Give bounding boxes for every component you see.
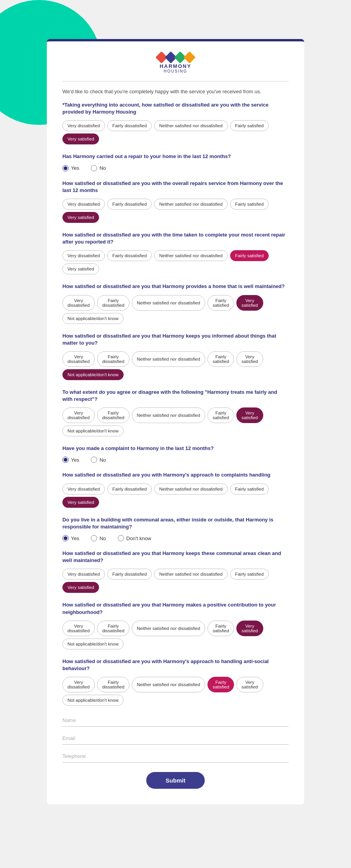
question-1-options: Very dissatisfied Fairly dissatisfied Ne… <box>62 120 289 144</box>
q12-opt-very-satisfied[interactable]: Verysatisfied <box>236 621 263 636</box>
question-3-label: How satisfied or dissatisfied are you wi… <box>62 180 289 194</box>
logo-name: HARMONY <box>62 63 289 69</box>
q13-opt-fairly-satisfied[interactable]: Fairlysatisfied <box>207 677 234 692</box>
q5-opt-very-satisfied[interactable]: Verysatisfied <box>236 295 263 311</box>
q4-opt-very-satisfied[interactable]: Very satisfied <box>62 263 99 274</box>
q12-opt-fairly-dissatisfied[interactable]: Fairlydissatisfied <box>97 621 129 636</box>
q1-opt-very-dissatisfied[interactable]: Very dissatisfied <box>62 120 105 131</box>
q3-opt-neither[interactable]: Neither satisfied nor dissatisfied <box>154 199 227 210</box>
q11-opt-very-satisfied[interactable]: Very satisfied <box>62 582 99 593</box>
q11-opt-fairly-dissatisfied[interactable]: Fairly dissatisfied <box>107 569 152 580</box>
q8-yes[interactable]: Yes <box>62 457 79 463</box>
question-10-options: Yes No Don't know <box>62 535 289 541</box>
q6-opt-neither[interactable]: Neither satisfied nor dissatisfied <box>132 351 205 367</box>
q13-opt-neither[interactable]: Neither satisfied nor dissatisfied <box>132 677 205 692</box>
q7-opt-very-dissatisfied[interactable]: Verydissatisfied <box>62 407 95 423</box>
name-input[interactable] <box>62 714 289 727</box>
question-4-label: How satisfied or dissatisfied are you wi… <box>62 231 289 245</box>
question-9-options: Very dissatisfied Fairly dissatisfied Ne… <box>62 484 289 508</box>
q9-opt-fairly-dissatisfied[interactable]: Fairly dissatisfied <box>107 484 152 494</box>
q4-opt-very-dissatisfied[interactable]: Very dissatisfied <box>62 250 105 261</box>
q2-yes[interactable]: Yes <box>62 165 79 171</box>
q6-opt-very-dissatisfied[interactable]: Verydissatisfied <box>62 351 95 367</box>
q7-opt-very-satisfied[interactable]: Verysatisfied <box>236 407 263 423</box>
question-2: Has Harmony carried out a repair to your… <box>62 153 289 171</box>
q3-opt-very-dissatisfied[interactable]: Very dissatisfied <box>62 199 105 210</box>
q3-opt-fairly-dissatisfied[interactable]: Fairly dissatisfied <box>107 199 152 210</box>
question-4: How satisfied or dissatisfied are you wi… <box>62 231 289 274</box>
q5-opt-neither[interactable]: Neither satisfied nor dissatisfied <box>132 295 205 311</box>
email-input[interactable] <box>62 732 289 745</box>
question-12-label: How satisfied or dissatisfied are you th… <box>62 601 289 615</box>
q11-opt-fairly-satisfied[interactable]: Fairly satisfied <box>230 569 269 580</box>
q3-opt-very-satisfied[interactable]: Very satisfied <box>62 212 99 223</box>
q13-opt-fairly-dissatisfied[interactable]: Fairlydissatisfied <box>97 677 129 692</box>
question-1-label: *Taking everything into account, how sat… <box>62 101 289 116</box>
question-1: *Taking everything into account, how sat… <box>62 101 289 144</box>
q5-opt-very-dissatisfied[interactable]: Verydissatisfied <box>62 295 95 311</box>
q4-opt-fairly-dissatisfied[interactable]: Fairly dissatisfied <box>107 250 152 261</box>
logo-area: HARMONY HOUSING <box>62 53 289 73</box>
q12-opt-neither[interactable]: Neither satisfied nor dissatisfied <box>132 621 205 636</box>
question-10: Do you live in a building with communal … <box>62 516 289 541</box>
q3-opt-fairly-satisfied[interactable]: Fairly satisfied <box>230 199 269 210</box>
intro-text: We'd like to check that you're completel… <box>62 89 289 94</box>
q7-opt-fairly-satisfied[interactable]: Fairlysatisfied <box>207 407 234 423</box>
telephone-input[interactable] <box>62 750 289 763</box>
q10-dontknow[interactable]: Don't know <box>118 535 151 541</box>
q5-opt-fairly-dissatisfied[interactable]: Fairlydissatisfied <box>97 295 129 311</box>
q7-opt-fairly-dissatisfied[interactable]: Fairlydissatisfied <box>97 407 129 423</box>
q4-opt-neither[interactable]: Neither satisfied nor dissatisfied <box>154 250 227 261</box>
question-10-label: Do you live in a building with communal … <box>62 516 289 530</box>
q2-no[interactable]: No <box>91 165 106 171</box>
question-9: How satisfied or dissatisfied are you wi… <box>62 471 289 507</box>
q9-opt-neither[interactable]: Neither satisfied nor dissatisfied <box>154 484 227 494</box>
q12-opt-very-dissatisfied[interactable]: Verydissatisfied <box>62 621 95 636</box>
q5-opt-na[interactable]: Not applicable/don't know <box>62 313 124 324</box>
question-3-options: Very dissatisfied Fairly dissatisfied Ne… <box>62 199 289 223</box>
q8-no[interactable]: No <box>91 457 106 463</box>
question-5-label: How satisfied or dissatisfied are you th… <box>62 283 289 290</box>
q9-opt-very-dissatisfied[interactable]: Very dissatisfied <box>62 484 105 494</box>
question-3: How satisfied or dissatisfied are you wi… <box>62 180 289 223</box>
q12-opt-fairly-satisfied[interactable]: Fairlysatisfied <box>207 621 234 636</box>
q12-opt-na[interactable]: Not applicable/don't know <box>62 639 124 649</box>
question-13: How satisfied or dissatisfied are you wi… <box>62 658 289 706</box>
question-13-options: Verydissatisfied Fairlydissatisfied Neit… <box>62 677 289 706</box>
q13-opt-very-dissatisfied[interactable]: Verydissatisfied <box>62 677 95 692</box>
q10-yes[interactable]: Yes <box>62 535 79 541</box>
q1-opt-fairly-satisfied[interactable]: Fairly satisfied <box>230 120 269 131</box>
q1-opt-very-satisfied[interactable]: Very satisfied <box>62 133 99 144</box>
q7-opt-na[interactable]: Not applicable/don't know <box>62 425 124 436</box>
question-12-options: Verydissatisfied Fairlydissatisfied Neit… <box>62 621 289 649</box>
question-6-options: Verydissatisfied Fairlydissatisfied Neit… <box>62 351 289 380</box>
submit-button[interactable]: Submit <box>146 772 205 789</box>
q5-opt-fairly-satisfied[interactable]: Fairlysatisfied <box>207 295 234 311</box>
question-7-options: Verydissatisfied Fairlydissatisfied Neit… <box>62 407 289 436</box>
logo-icon <box>62 53 289 62</box>
q1-opt-neither[interactable]: Neither satisfied nor dissatisfied <box>154 120 227 131</box>
q6-opt-na[interactable]: Not applicable/don't know <box>62 369 124 380</box>
question-2-options: Yes No <box>62 165 289 171</box>
q10-no[interactable]: No <box>91 535 106 541</box>
header-divider <box>62 81 289 82</box>
q11-opt-very-dissatisfied[interactable]: Very dissatisfied <box>62 569 105 580</box>
q9-opt-fairly-satisfied[interactable]: Fairly satisfied <box>230 484 269 494</box>
question-6-label: How satisfied or dissatisfied are you th… <box>62 333 289 347</box>
question-5: How satisfied or dissatisfied are you th… <box>62 283 289 324</box>
q7-opt-neither[interactable]: Neither satisfied nor dissatisfied <box>132 407 205 423</box>
q6-opt-fairly-satisfied[interactable]: Fairlysatisfied <box>207 351 234 367</box>
q13-opt-na[interactable]: Not applicable/don't know <box>62 695 124 706</box>
q4-opt-fairly-satisfied[interactable]: Fairly satisfied <box>230 250 269 261</box>
question-2-label: Has Harmony carried out a repair to your… <box>62 153 289 160</box>
question-11-label: How satisfied or dissatisfied are you th… <box>62 550 289 564</box>
q6-opt-fairly-dissatisfied[interactable]: Fairlydissatisfied <box>97 351 129 367</box>
q11-opt-neither[interactable]: Neither satisfied nor dissatisfied <box>154 569 227 580</box>
q13-opt-very-satisfied[interactable]: Verysatisfied <box>236 677 263 692</box>
q1-opt-fairly-dissatisfied[interactable]: Fairly dissatisfied <box>107 120 152 131</box>
q9-opt-very-satisfied[interactable]: Very satisfied <box>62 497 99 508</box>
contact-section <box>62 714 289 768</box>
q6-opt-very-satisfied[interactable]: Verysatisfied <box>236 351 263 367</box>
question-13-label: How satisfied or dissatisfied are you wi… <box>62 658 289 672</box>
question-6: How satisfied or dissatisfied are you th… <box>62 333 289 380</box>
